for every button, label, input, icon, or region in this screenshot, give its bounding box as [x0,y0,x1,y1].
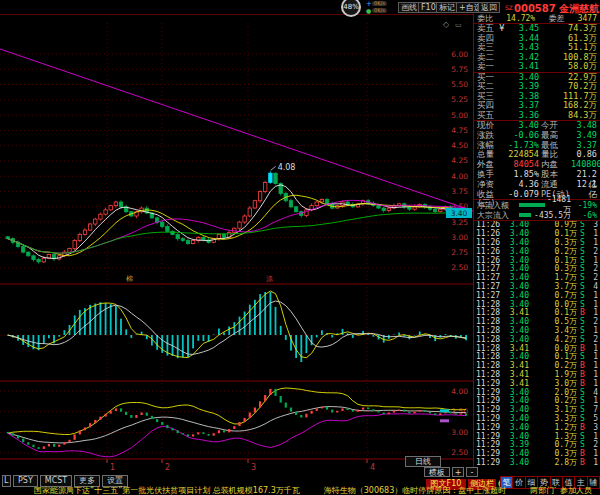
bid-row: 买五3.3684.3万 [474,111,600,121]
svg-text:3.40: 3.40 [451,209,468,218]
tick-row: 11:293.402.8万B1 [474,459,600,466]
svg-text:棉: 棉 [126,275,133,283]
ask-levels[interactable]: 卖五 ¥3.4574.3万卖四3.4461.3万卖三3.4351.1万卖二3.4… [474,24,600,72]
svg-text:3: 3 [251,463,256,472]
svg-text:5.25: 5.25 [451,95,468,104]
svg-text:4.00: 4.00 [451,172,468,181]
svg-text:涤: 涤 [266,275,273,283]
stock-title: 000587 金洲慈航 [514,2,599,16]
tick-list[interactable]: 11:263.400.9万S311:263.400.1万S111:263.400… [474,220,600,466]
news-ticker-right: 参加人员 [560,486,592,495]
svg-text:2.75: 2.75 [451,248,468,257]
bid-levels[interactable]: 买一3.4022.9万买二3.3970.2万买三3.38111.7万买四3.37… [474,72,600,121]
ask-row: 卖一3.4158.0万 [474,62,600,72]
money-flow: 净流入额-1481万-19%大宗流入-435.5万-6% [474,199,600,220]
news-ticker-text: 国家能源局下达“十三五”第一批光伏扶贫项目计划 总装机规模167.3万千瓦 海特… [0,486,556,495]
money-flow-row: 大宗流入-435.5万-6% [474,210,600,220]
svg-text:▭: ▭ [455,21,462,29]
svg-text:5.50: 5.50 [451,80,468,89]
svg-text:2: 2 [165,463,170,472]
svg-text:◇: ◇ [443,20,450,29]
quote-panel: 委比 14.72% 委差 3477 卖五 ¥3.4574.3万卖四3.4461.… [473,14,600,473]
quote-info-grid: 现价3.40今开3.48涨跌-0.06最高3.49涨幅-1.73%最低3.37总… [474,120,600,199]
svg-text:6.00: 6.00 [451,50,468,59]
zoom-out-button[interactable]: - [466,467,478,477]
network-speed: + 0K/s ● 0K/s [366,0,400,14]
back-button[interactable]: 返回 [478,2,500,13]
kline-chart[interactable]: 12346.005.755.505.255.004.754.504.254.00… [0,14,473,473]
period-selector[interactable]: 日线 [405,456,441,467]
svg-text:4.50: 4.50 [451,141,468,150]
svg-text:4.75: 4.75 [451,126,468,135]
net-up-speed: 0K/s [372,1,387,6]
svg-text:3.00: 3.00 [451,428,468,437]
svg-text:4.08: 4.08 [278,163,296,172]
draw-line-button[interactable]: 画线 [398,2,420,13]
mark-button[interactable]: 标记 [436,2,458,13]
svg-text:1: 1 [110,463,115,472]
layout-button[interactable]: 横板 [424,467,450,477]
news-ticker[interactable]: 国家能源局下达“十三五”第一批光伏扶贫项目计划 总装机规模167.3万千瓦 海特… [0,486,556,495]
svg-text:2.50: 2.50 [451,263,468,272]
svg-text:5.75: 5.75 [451,65,468,74]
quote-info-row: 收益(三)-0.079PE(动)— [474,190,600,200]
svg-text:4: 4 [370,463,375,472]
svg-text:4.00: 4.00 [451,387,468,396]
top-toolbar: 48% + 0K/s ● 0K/s 画线F10标记+自选返回 SZ 000587… [0,0,600,14]
net-down-speed: 0K/s [372,8,387,13]
trading-app: 48% + 0K/s ● 0K/s 画线F10标记+自选返回 SZ 000587… [0,0,600,495]
svg-text:3.00: 3.00 [451,233,468,242]
weibi-label: 委比 [477,14,493,23]
kline-chart-svg[interactable]: 12346.005.755.505.255.004.754.504.254.00… [0,15,473,474]
svg-text:5.00: 5.00 [451,111,468,120]
svg-text:2.50: 2.50 [451,448,468,457]
svg-text:3.25: 3.25 [451,218,468,227]
svg-text:4.25: 4.25 [451,156,468,165]
zoom-in-button[interactable]: + [452,467,464,477]
market-badge: SZ [505,4,513,11]
svg-text:3.75: 3.75 [451,187,468,196]
